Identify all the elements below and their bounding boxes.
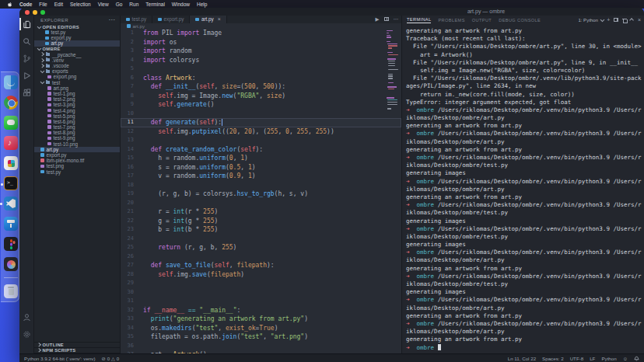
shell-selector[interactable]: 1: Python: [578, 18, 603, 23]
code-line[interactable]: 3import random: [121, 47, 401, 56]
menu-terminal[interactable]: Terminal: [145, 2, 165, 7]
menu-run[interactable]: Run: [129, 2, 138, 7]
notifications-bell-icon[interactable]: [634, 355, 639, 362]
file-tree-item[interactable]: test.png: [34, 163, 120, 169]
tab-art.py[interactable]: art.py×: [190, 16, 226, 23]
source-control-icon[interactable]: [19, 50, 34, 67]
file-tree-item[interactable]: test-3.png: [34, 102, 120, 107]
maximize-panel-icon[interactable]: [630, 19, 634, 23]
dock-creative-app-icon[interactable]: [4, 257, 18, 271]
code-line[interactable]: 31: [121, 297, 401, 306]
code-line[interactable]: 13: [121, 136, 401, 145]
code-line[interactable]: 25 return (r, g, b, 255): [121, 243, 401, 252]
tab-test.py[interactable]: test.py: [121, 16, 152, 23]
run-debug-icon[interactable]: [19, 67, 34, 84]
dock-finder-icon[interactable]: [4, 75, 18, 89]
code-line[interactable]: 18: [121, 181, 401, 190]
open-editor-item[interactable]: art.py: [34, 40, 120, 46]
settings-gear-icon[interactable]: [19, 325, 34, 343]
open-editors-section-header[interactable]: OPEN EDITORS: [34, 24, 120, 30]
code-line[interactable]: 20: [121, 199, 401, 208]
close-window-button[interactable]: [25, 10, 30, 15]
npm-scripts-section-header[interactable]: NPM SCRIPTS: [34, 348, 120, 353]
folder-section-header[interactable]: OMBRE: [34, 47, 120, 52]
code-line[interactable]: 36: [121, 342, 401, 351]
code-line[interactable]: 19 (r, g, b) = colorsys.hsv_to_rgb(h, s,…: [121, 190, 401, 199]
kill-terminal-icon[interactable]: [622, 18, 627, 23]
cursor-position-status[interactable]: Ln 11, Col 22: [508, 356, 536, 361]
menu-view[interactable]: View: [98, 2, 109, 7]
code-line[interactable]: 11 def generate(self):: [121, 118, 401, 127]
breadcrumb[interactable]: art.py: [121, 23, 401, 30]
close-tab-icon[interactable]: ×: [218, 16, 221, 22]
menu-window[interactable]: Window: [172, 2, 190, 7]
menu-file[interactable]: File: [39, 2, 47, 7]
panel-tab-terminal[interactable]: TERMINAL: [407, 17, 431, 23]
code-line[interactable]: 22 g = int(g * 255): [121, 217, 401, 226]
file-tree-item[interactable]: .vscode: [34, 63, 120, 68]
dock-figma-icon[interactable]: [4, 237, 18, 251]
code-line[interactable]: 15 h = random.uniform(0, 1): [121, 154, 401, 163]
minimap[interactable]: [387, 29, 399, 122]
code-line[interactable]: 21 r = int(r * 255): [121, 207, 401, 217]
file-tree-item[interactable]: art.png: [34, 85, 120, 91]
run-python-file-icon[interactable]: ▶: [376, 16, 380, 23]
file-tree-item[interactable]: export.png: [34, 74, 120, 79]
explorer-icon[interactable]: [19, 16, 34, 33]
file-tree-item[interactable]: test: [34, 80, 120, 85]
search-icon[interactable]: [19, 33, 34, 50]
account-icon[interactable]: [19, 308, 34, 325]
code-line[interactable]: 17 v = random.uniform(0.9, 1): [121, 172, 401, 181]
code-line[interactable]: 33 print("generating an artwork from art…: [121, 315, 401, 324]
dock-messages-icon[interactable]: [4, 116, 18, 130]
dock-terminal-icon[interactable]: [4, 176, 18, 190]
dock-trash-icon[interactable]: [4, 284, 18, 298]
python-interpreter-status[interactable]: Python 3.9.2 64-bit ('.venv': venv): [24, 356, 95, 361]
code-line[interactable]: 26: [121, 252, 401, 262]
file-tree-item[interactable]: test-5.png: [34, 113, 120, 119]
code-line[interactable]: 29: [121, 279, 401, 288]
file-tree-item[interactable]: art.py: [34, 147, 120, 152]
file-tree-item[interactable]: test-1.png: [34, 91, 120, 96]
code-line[interactable]: 28 self.img.save(filepath): [121, 270, 401, 280]
file-tree-item[interactable]: test-2.png: [34, 96, 120, 102]
code-line[interactable]: 14 def create_random_color(self):: [121, 145, 401, 155]
encoding-status[interactable]: UTF-8: [570, 356, 584, 361]
panel-tab-problems[interactable]: PROBLEMS: [438, 18, 464, 23]
code-line[interactable]: 24: [121, 235, 401, 244]
zoom-window-button[interactable]: [40, 10, 45, 15]
code-line[interactable]: 30: [121, 288, 401, 298]
problems-status[interactable]: ⊘ 0 △ 0: [101, 356, 119, 361]
dock-music-icon[interactable]: [4, 136, 18, 150]
file-tree-item[interactable]: .venv: [34, 57, 120, 63]
code-line[interactable]: 27 def save_to_file(self, filepath):: [121, 261, 401, 270]
file-tree-item[interactable]: __pycache__: [34, 52, 120, 57]
menu-selection[interactable]: Selection: [70, 2, 91, 7]
close-panel-icon[interactable]: ×: [638, 18, 641, 23]
apple-menu-icon[interactable]: [6, 1, 12, 8]
code-line[interactable]: 2import os: [121, 38, 401, 47]
language-mode-status[interactable]: Python: [601, 356, 616, 361]
split-editor-icon[interactable]: [384, 17, 389, 21]
terminal-output[interactable]: generating an artwork from art.pyTraceba…: [402, 26, 644, 352]
code-line[interactable]: 8 self.img = Image.new("RGBA", size): [121, 92, 401, 101]
code-line[interactable]: 5: [121, 64, 401, 74]
menu-code[interactable]: Code: [19, 2, 32, 7]
code-line[interactable]: 7 def __init__(self, size=(500, 500)):: [121, 82, 401, 92]
code-line[interactable]: 34 os.makedirs("test", exist_ok=True): [121, 324, 401, 333]
dock-keynote-icon[interactable]: [4, 217, 18, 231]
file-tree-item[interactable]: exports: [34, 68, 120, 74]
code-line[interactable]: 6class Artwork:: [121, 74, 401, 83]
tab-export.py[interactable]: export.py: [152, 16, 190, 23]
code-line[interactable]: 32if __name__ == "__main__":: [121, 306, 401, 315]
indentation-status[interactable]: Spaces: 2: [542, 356, 564, 361]
open-editor-item[interactable]: test.py: [34, 30, 120, 35]
dock-chrome-icon[interactable]: [4, 96, 18, 110]
file-tree-item[interactable]: ibm-plex-mono.ttf: [34, 158, 120, 163]
file-tree-item[interactable]: test-10.png: [34, 141, 120, 147]
code-line[interactable]: 16 s = random.uniform(0.5, 1): [121, 163, 401, 172]
file-tree-item[interactable]: test-7.png: [34, 124, 120, 130]
code-line[interactable]: 35 filepath = os.path.join("test", "art.…: [121, 332, 401, 342]
panel-tab-debug-console[interactable]: DEBUG CONSOLE: [499, 18, 541, 23]
minimize-window-button[interactable]: [33, 10, 37, 15]
